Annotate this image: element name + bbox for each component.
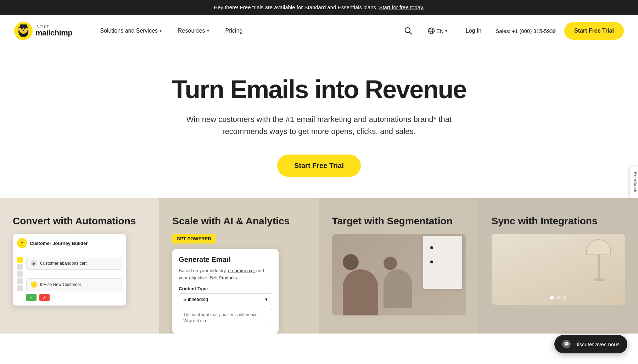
- nav-pricing-label: Pricing: [225, 28, 243, 34]
- ai-mockup-title: Generate Email: [179, 256, 272, 264]
- feature-card-integrations[interactable]: Sync with Integrations: [479, 198, 638, 334]
- svg-point-3: [21, 28, 23, 29]
- nav-resources-label: Resources: [178, 28, 205, 34]
- ai-mockup: Generate Email Based on your industry, e…: [172, 249, 279, 334]
- mockup-header-title: Customer Journey Builder: [30, 241, 88, 246]
- feature-integrations-heading: Sync with Integrations: [492, 215, 625, 227]
- flow-item-2: ⚡ If/Else New Customer: [26, 278, 122, 291]
- svg-rect-9: [18, 27, 28, 28]
- svg-point-7: [27, 28, 29, 30]
- play-icon: ▶: [31, 260, 37, 267]
- freddie-small-icon: [17, 238, 27, 248]
- feature-segmentation-heading: Target with Segmentation: [332, 215, 466, 227]
- svg-point-13: [430, 28, 433, 34]
- logo-link[interactable]: intuit mailchimp: [14, 22, 72, 40]
- feature-ai-heading: Scale with AI & Analytics: [172, 215, 306, 227]
- ai-objective-link[interactable]: Sell Products.: [210, 275, 238, 280]
- sales-phone: Sales: +1 (800) 315-5939: [496, 28, 556, 34]
- chevron-down-icon: ▾: [160, 28, 162, 33]
- flow-item-2-label: If/Else New Customer: [40, 282, 81, 287]
- chevron-down-icon: ▾: [265, 297, 268, 302]
- ai-ecommerce-link[interactable]: e-commerce,: [228, 268, 255, 273]
- branch-icon: ⚡: [31, 281, 37, 288]
- gpt-powered-badge: GPT POWERED: [172, 234, 216, 243]
- mockup-header: Customer Journey Builder: [17, 238, 122, 251]
- top-banner: Hey there! Free trials are available for…: [0, 0, 638, 15]
- freddie-icon: [14, 22, 33, 40]
- chevron-down-icon: ▾: [207, 28, 209, 33]
- flow-connector: [33, 271, 33, 277]
- hero-section: Turn Emails into Revenue Win new custome…: [0, 47, 638, 198]
- nav-solutions-label: Solutions and Services: [100, 28, 158, 34]
- ai-mockup-desc: Based on your industry, e-commerce, and …: [179, 267, 272, 281]
- mailchimp-label: mailchimp: [35, 29, 72, 37]
- login-button[interactable]: Log In: [460, 25, 487, 37]
- flow-item-1-label: Customer abandons cart: [40, 261, 86, 266]
- feature-card-automations[interactable]: Convert with Automations Customer Journe…: [0, 198, 160, 334]
- svg-line-11: [409, 32, 412, 35]
- lang-label: EN: [436, 28, 444, 34]
- svg-point-5: [23, 30, 24, 31]
- start-free-trial-nav-button[interactable]: Start Free Trial: [564, 22, 624, 40]
- nav-resources[interactable]: Resources ▾: [172, 24, 215, 38]
- features-section: Convert with Automations Customer Journe…: [0, 198, 638, 334]
- flow-item-1: ▶ Customer abandons cart: [26, 257, 122, 270]
- navbar: intuit mailchimp Solutions and Services …: [0, 15, 638, 47]
- feature-automations-heading: Convert with Automations: [13, 215, 146, 227]
- logo-text: intuit mailchimp: [35, 24, 72, 37]
- banner-link[interactable]: Start for free today.: [379, 4, 424, 10]
- svg-point-6: [18, 28, 20, 30]
- nav-pricing[interactable]: Pricing: [219, 24, 249, 38]
- feature-card-ai[interactable]: Scale with AI & Analytics GPT POWERED Ge…: [160, 198, 319, 334]
- nav-right: EN ▾ Log In Sales: +1 (800) 315-5939 Sta…: [402, 22, 624, 40]
- hero-subheading: Win new customers with the #1 email mark…: [181, 113, 457, 138]
- banner-text: Hey there! Free trials are available for…: [214, 4, 377, 10]
- ai-content-type-value: Subheading: [183, 297, 208, 302]
- svg-point-16: [19, 240, 25, 246]
- automation-mockup: Customer Journey Builder ▶ Customer aban…: [13, 234, 126, 306]
- chevron-down-icon: ▾: [445, 29, 447, 33]
- nav-solutions[interactable]: Solutions and Services ▾: [94, 24, 168, 38]
- start-free-trial-hero-button[interactable]: Start Free Trial: [277, 155, 361, 177]
- feature-card-segmentation[interactable]: Target with Segmentation: [319, 198, 479, 334]
- ai-field-label: Content Type: [179, 286, 272, 291]
- ai-generated-text: The right light really makes a differenc…: [179, 309, 272, 327]
- integrations-image: [492, 234, 625, 305]
- svg-point-12: [428, 28, 434, 34]
- feedback-tab[interactable]: Feedback: [629, 166, 638, 198]
- hero-heading: Turn Emails into Revenue: [172, 75, 466, 103]
- search-icon: [404, 27, 412, 35]
- feedback-label: Feedback: [633, 172, 638, 192]
- globe-icon: [428, 27, 435, 34]
- svg-point-17: [21, 242, 22, 243]
- nav-links: Solutions and Services ▾ Resources ▾ Pri…: [94, 24, 402, 38]
- search-button[interactable]: [402, 24, 415, 38]
- language-selector[interactable]: EN ▾: [424, 24, 452, 37]
- svg-point-18: [22, 242, 23, 243]
- ai-content-type-select[interactable]: Subheading ▾: [179, 293, 272, 305]
- svg-point-4: [24, 28, 26, 29]
